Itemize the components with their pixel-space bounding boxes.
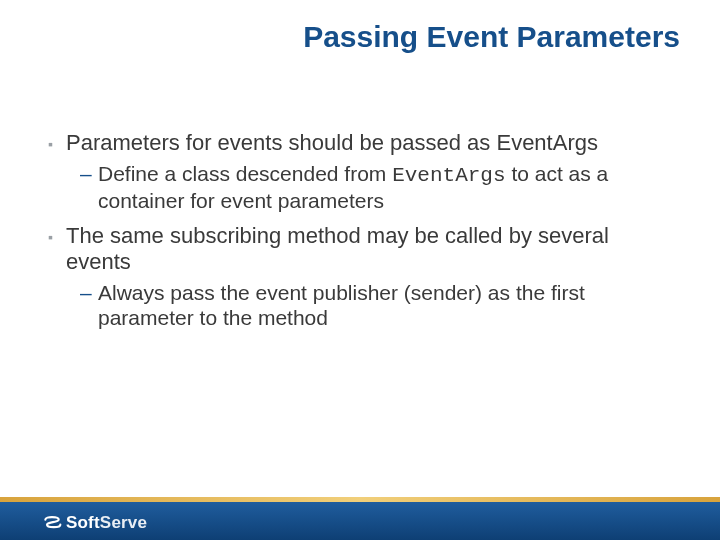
sub-bullet-item: Always pass the event publisher (sender)… <box>66 281 660 333</box>
brand-logo: SoftServe <box>42 513 147 533</box>
brand-logo-icon <box>42 513 62 533</box>
slide-title: Passing Event Parameters <box>40 20 680 54</box>
bullet-text: Parameters for events should be passed a… <box>66 130 598 155</box>
bullet-item: The same subscribing method may be calle… <box>48 223 660 332</box>
footer: SoftServe <box>0 490 720 540</box>
bullet-text: The same subscribing method may be calle… <box>66 223 609 274</box>
sub-bullet-pre: Always pass the event publisher (sender)… <box>98 281 585 329</box>
sub-bullet-list: Always pass the event publisher (sender)… <box>66 281 660 333</box>
bullet-list: Parameters for events should be passed a… <box>48 130 660 333</box>
brand-light: Serve <box>100 513 147 532</box>
sub-bullet-list: Define a class descended from EventArgs … <box>66 162 660 214</box>
sub-bullet-pre: Define a class descended from <box>98 162 392 185</box>
slide-content: Parameters for events should be passed a… <box>48 130 660 343</box>
sub-bullet-code: EventArgs <box>392 164 505 187</box>
slide: Passing Event Parameters Parameters for … <box>0 0 720 540</box>
sub-bullet-item: Define a class descended from EventArgs … <box>66 162 660 214</box>
brand-logo-text: SoftServe <box>66 513 147 533</box>
brand-bold: Soft <box>66 513 100 532</box>
bullet-item: Parameters for events should be passed a… <box>48 130 660 213</box>
